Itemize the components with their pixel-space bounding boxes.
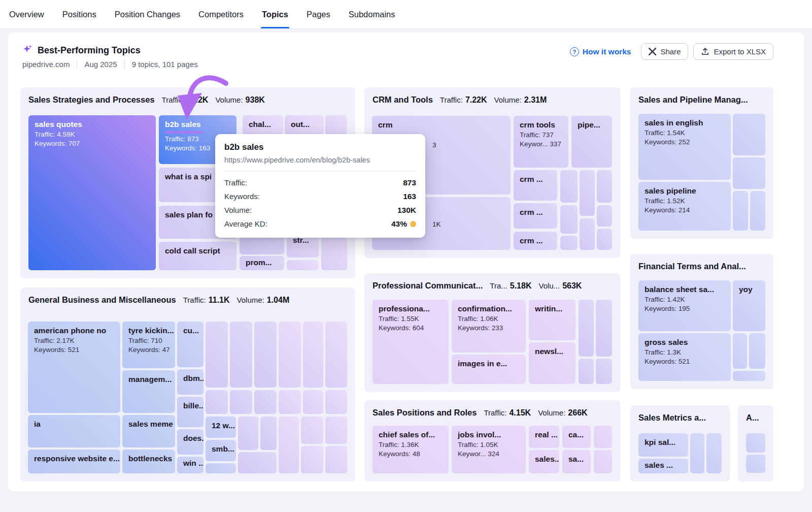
tile-blank[interactable] (580, 170, 595, 216)
tile-blank[interactable] (706, 433, 722, 473)
tile-pipe[interactable]: pipe... (571, 116, 612, 168)
tile-blank[interactable] (733, 333, 747, 369)
tile-writin[interactable]: writin... (529, 300, 576, 340)
tile-cu[interactable]: cu... (177, 322, 204, 367)
tile-crm[interactable]: crm ... (514, 232, 557, 250)
tile-blank[interactable] (238, 417, 258, 450)
tile-blank[interactable] (560, 170, 578, 203)
tile-bottlenecks[interactable]: bottlenecks (122, 450, 175, 473)
tile-confirmation[interactable]: confirmation...Traffic: 1.06KKeywords: 2… (452, 300, 526, 353)
tile-sales-in-english[interactable]: sales in englishTraffic: 1.54KKeywords: … (638, 114, 731, 180)
tile-blank[interactable] (579, 359, 594, 384)
tile-blank[interactable] (238, 452, 277, 473)
tile-crm[interactable]: crm ... (514, 203, 557, 229)
how-it-works-link[interactable]: ? How it works (570, 47, 631, 56)
tile-out[interactable]: out... (285, 115, 324, 135)
tab-subdomains[interactable]: Subdomains (349, 0, 395, 28)
tile-blank[interactable] (287, 260, 319, 270)
tile-blank[interactable] (596, 359, 612, 384)
tile-smb[interactable]: smb... (206, 440, 236, 461)
tile-professiona[interactable]: professiona...Traffic: 1.55KKeywords: 60… (373, 300, 449, 384)
tile-blank[interactable] (597, 205, 612, 227)
tile-blank[interactable] (279, 322, 301, 388)
tile-crm[interactable]: crm ... (514, 170, 557, 201)
export-xlsx-button[interactable]: Export to XLSX (693, 43, 773, 60)
tile-newsl[interactable]: newsl... (529, 342, 576, 384)
tile-kpi-sal[interactable]: kpi sal... (638, 433, 688, 457)
tile-blank[interactable] (325, 322, 347, 388)
tile-blank[interactable] (750, 191, 765, 231)
tile-blank[interactable] (279, 417, 299, 473)
tile-images-in-e[interactable]: images in e... (452, 355, 526, 384)
tile-blank[interactable] (279, 390, 301, 414)
tab-overview[interactable]: Overview (9, 0, 44, 28)
tile-blank[interactable] (303, 322, 323, 388)
tile-blank[interactable] (206, 390, 228, 414)
tile-sales[interactable]: sales ... (638, 459, 688, 473)
tile-crm-tools[interactable]: crm toolsTraffic: 737Keywor... 337 (514, 116, 568, 168)
tile-sales-pipeline[interactable]: sales pipelineTraffic: 1.52KKeywords: 21… (638, 182, 731, 231)
tile-balance-sheet-sa[interactable]: balance sheet sa...Traffic: 1.42KKeyword… (638, 280, 731, 331)
tile-prom[interactable]: prom... (240, 256, 284, 270)
tile-blank[interactable] (230, 322, 252, 388)
tab-positions[interactable]: Positions (62, 0, 96, 28)
tile-blank[interactable] (260, 417, 277, 450)
tile-blank[interactable] (303, 390, 323, 414)
tile-sales[interactable]: sales... (529, 450, 559, 473)
tile-blank[interactable] (597, 170, 612, 203)
tile-real[interactable]: real ... (529, 426, 559, 448)
tile-chief-sales-of[interactable]: chief sales of...Traffic: 1.36KKeywords:… (373, 426, 449, 473)
tile-blank[interactable] (254, 390, 277, 414)
tile-blank[interactable] (254, 322, 277, 388)
tile-blank[interactable] (596, 300, 612, 357)
tile-win[interactable]: win ... (177, 457, 204, 473)
tile-blank[interactable] (301, 446, 323, 473)
tile-blank[interactable] (690, 433, 704, 473)
tile-blank[interactable] (733, 157, 765, 189)
tile-blank[interactable] (733, 114, 765, 155)
tab-competitors[interactable]: Competitors (198, 0, 244, 28)
tile-chal[interactable]: chal... (243, 115, 283, 135)
tile-blank[interactable] (325, 417, 347, 444)
tile-gross-sales[interactable]: gross salesTraffic: 1.3KKeywords: 521 (638, 333, 731, 381)
tile-blank[interactable] (733, 191, 748, 231)
tab-topics[interactable]: Topics (262, 0, 288, 28)
tile-bille[interactable]: bille... (177, 397, 204, 427)
tile-ca[interactable]: ca... (562, 426, 591, 448)
tile-sales-meme[interactable]: sales meme (122, 415, 175, 447)
tile-blank[interactable] (325, 115, 347, 135)
tile-blank[interactable] (325, 446, 347, 473)
tile-blank[interactable] (206, 322, 228, 388)
tile-responsive-website-e[interactable]: responsive website e... (28, 450, 120, 473)
tile-blank[interactable] (230, 390, 252, 414)
tile-blank[interactable] (579, 300, 594, 357)
tile-sa[interactable]: sa... (562, 450, 591, 473)
tile-blank[interactable] (746, 455, 765, 473)
tile-ia[interactable]: ia (28, 415, 120, 447)
tile-sales-quotes[interactable]: sales quotesTraffic: 4.59KKeywords: 707 (28, 115, 156, 270)
tile-blank[interactable] (594, 426, 612, 448)
tile-does[interactable]: does... (177, 429, 204, 455)
tile-jobs-invol[interactable]: jobs invol...Traffic: 1.05KKeywor... 324 (452, 426, 526, 473)
tile-yoy[interactable]: yoy (733, 280, 765, 331)
tile-blank[interactable] (746, 433, 765, 453)
tile-managem[interactable]: managem... (122, 370, 175, 413)
tile-blank[interactable] (301, 417, 323, 444)
tile-blank[interactable] (206, 463, 236, 473)
tile-american-phone-no[interactable]: american phone noTraffic: 2.17KKeywords:… (28, 322, 120, 413)
tile-cold-call-script[interactable]: cold call script (159, 242, 236, 270)
tile-blank[interactable] (560, 205, 578, 234)
tile-blank[interactable] (325, 390, 347, 414)
tab-position-changes[interactable]: Position Changes (115, 0, 180, 28)
tile-blank[interactable] (597, 229, 612, 250)
tile-tyre-kickin[interactable]: tyre kickin...Traffic: 710Keywords: 47 (122, 322, 175, 368)
tile-blank[interactable] (733, 371, 765, 381)
tile-blank[interactable] (594, 450, 612, 473)
tab-pages[interactable]: Pages (307, 0, 330, 28)
share-button[interactable]: Share (641, 43, 688, 60)
tile-blank[interactable] (580, 218, 595, 250)
tile-dbm[interactable]: dbm... (177, 369, 204, 395)
tile-blank[interactable] (560, 236, 578, 250)
tile-12-w[interactable]: 12 w... (206, 417, 236, 438)
tile-blank[interactable] (749, 333, 765, 369)
